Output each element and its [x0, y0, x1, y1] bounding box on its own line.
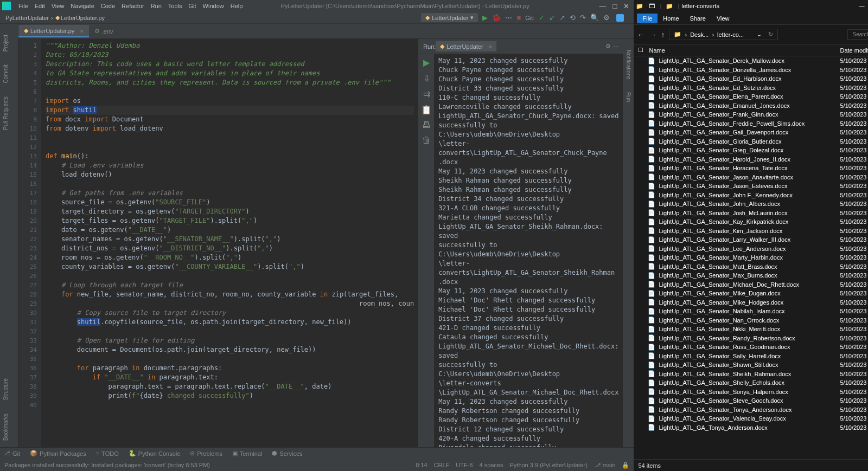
file-row[interactable]: 📄LightUp_ATL_GA_Senator_Kay_Kirkpatrick.… — [634, 217, 868, 227]
breadcrumb-file[interactable]: LetterUpdater.py — [61, 15, 105, 21]
settings-icon[interactable]: ⚙ — [603, 14, 610, 22]
file-row[interactable]: 📄LightUp_ATL_GA_Senator_Horacena_Tate.do… — [634, 164, 868, 173]
menu-refactor[interactable]: Refactor — [118, 3, 148, 9]
explorer-search[interactable]: Search letter-conv... — [847, 29, 868, 40]
file-row[interactable]: 📄LightUp_ATL_GA_Senator_Max_Burns.docx5/… — [634, 271, 868, 280]
rollback-icon[interactable]: ↷ — [580, 14, 586, 22]
menu-view[interactable]: View — [48, 3, 68, 9]
interpreter[interactable]: Python 3.9 (PyLetterUpdater) — [509, 462, 587, 469]
tool-commit[interactable]: Commit — [3, 64, 9, 83]
lock-icon[interactable]: 🔒 — [622, 462, 629, 469]
tool-git[interactable]: ⎇ Git — [3, 450, 20, 457]
tool-todo[interactable]: ≡ TODO — [96, 450, 119, 457]
file-row[interactable]: 📄LightUp_ATL_GA_Senator_Shelly_Echols.do… — [634, 378, 868, 388]
tool-structure[interactable]: Structure — [3, 378, 9, 401]
file-row[interactable]: 📄LightUp_ATL_GA_Senator_Frank_Ginn.docx5… — [634, 110, 868, 119]
more-run-icon[interactable]: ⋯ — [505, 14, 512, 22]
file-row[interactable]: 📄LightUp_ATL_GA_Senator_Jason_Esteves.do… — [634, 182, 868, 191]
menu-run[interactable]: Run — [148, 3, 165, 9]
ribbon-file[interactable]: File — [637, 14, 658, 23]
tab-letterupdater[interactable]: ◆ LetterUpdater.py — [18, 25, 89, 37]
file-row[interactable]: 📄LightUp_ATL_GA_Senator_Tonya_Anderson.d… — [634, 405, 868, 415]
file-row[interactable]: 📄LightUp_ATL_GA_Senator_Kim_Jackson.docx… — [634, 227, 868, 236]
file-row[interactable]: 📄LightUp_ATL_GA_Senator_Donzella_James.d… — [634, 66, 868, 75]
file-row[interactable]: 📄LightUp_ATL_GA_Senator_Randy_Robertson.… — [634, 334, 868, 343]
tool-pullrequests[interactable]: Pull Requests — [3, 96, 9, 130]
filter-icon[interactable]: ⇉ — [423, 89, 430, 99]
file-row[interactable]: 📄LightUp_ATL_GA_Senator_Steve_Gooch.docx… — [634, 396, 868, 405]
forward-icon[interactable]: → — [649, 30, 656, 39]
tool-project[interactable]: Project — [3, 35, 9, 51]
search-icon[interactable]: 🔍 — [590, 14, 599, 22]
back-icon[interactable]: ← — [637, 30, 644, 39]
close-tab-icon[interactable] — [76, 28, 83, 34]
debug-button-icon[interactable]: 🐞 — [492, 14, 501, 22]
ribbon-home[interactable]: Home — [658, 14, 684, 23]
run-button-icon[interactable]: ▶ — [482, 14, 488, 22]
address-bar[interactable]: 📁 › Desk... › letter-co... ⌄ ↻ — [669, 29, 777, 40]
explorer-icon[interactable]: 🗔 — [646, 0, 658, 12]
wrap-icon[interactable]: 📋 — [421, 105, 432, 115]
exp-minimize-icon[interactable]: — — [852, 3, 868, 9]
file-row[interactable]: 📄LightUp_ATL_GA_Senator_Matt_Brass.docx5… — [634, 262, 868, 272]
menu-help[interactable]: Help — [227, 3, 246, 9]
file-row[interactable]: 📄LightUp_ATL_GA_Senator_Gail_Davenport.d… — [634, 128, 868, 137]
file-row[interactable]: 📄LightUp_ATL_GA_Senator_Nabilah_Islam.do… — [634, 307, 868, 316]
run-output[interactable]: May 11, 2023 changed successfully Chuck … — [434, 54, 623, 447]
file-row[interactable]: 📄LightUp_ATL_GA_Senator_Nikki_Merritt.do… — [634, 325, 868, 334]
tool-problems[interactable]: ⊘ Problems — [190, 450, 222, 457]
select-all-checkbox[interactable]: ☐ — [634, 47, 648, 54]
history-icon[interactable]: ⟲ — [570, 14, 576, 22]
encoding[interactable]: UTF-8 — [456, 462, 473, 469]
col-date[interactable]: Date modified — [840, 47, 868, 54]
file-row[interactable]: 📄LightUp_ATL_GA_Senator_Mike_Dugan.docx5… — [634, 289, 868, 298]
file-list[interactable]: 📄LightUp_ATL_GA_Senator_Derek_Mallow.doc… — [634, 56, 868, 459]
menu-git[interactable]: Git — [186, 3, 200, 9]
code-editor[interactable]: 1234567891011121314151617181920212223242… — [18, 39, 418, 447]
file-row[interactable]: 📄LightUp_ATL_GA_Senator_Mike_Hodges.docx… — [634, 298, 868, 307]
file-row[interactable]: 📄LightUp_ATL_GA_Senator_Ed_Setzler.docx5… — [634, 83, 868, 93]
indent[interactable]: 4 spaces — [479, 462, 503, 469]
tool-python-console[interactable]: 🐍 Python Console — [129, 450, 181, 457]
menu-window[interactable]: Window — [200, 3, 227, 9]
menu-edit[interactable]: Edit — [31, 3, 48, 9]
menu-tools[interactable]: Tools — [165, 3, 186, 9]
tool-run[interactable]: Run — [626, 92, 631, 102]
cursor-pos[interactable]: 8:14 — [416, 462, 427, 469]
run-config-selector[interactable]: ◆ LetterUpdater ▾ — [421, 13, 478, 22]
file-row[interactable]: 📄LightUp_ATL_GA_Senator_Shawn_Still.docx… — [634, 360, 868, 370]
tool-notifications[interactable]: Notifications — [626, 50, 631, 79]
file-row[interactable]: 📄LightUp_ATL_GA_Senator_Michael_Doc_Rhet… — [634, 280, 868, 289]
close-run-tab-icon[interactable] — [486, 43, 492, 50]
minimize-icon[interactable]: — — [599, 2, 607, 10]
file-row[interactable]: 📄LightUp_ATL_GA_Senator_Russ_Goodman.doc… — [634, 343, 868, 352]
folder-icon[interactable]: 📁 — [634, 0, 646, 12]
branch[interactable]: ⎇ main — [594, 462, 616, 469]
file-row[interactable]: 📄LightUp_ATL_GA_Senator_Greg_Dolezal.doc… — [634, 146, 868, 155]
menu-file[interactable]: File — [15, 3, 31, 9]
file-row[interactable]: 📄LightUp_ATL_GA_Senator_Jason_Anavitarte… — [634, 173, 868, 182]
file-row[interactable]: 📄LightUp_ATL_GA_Senator_Emanuel_Jones.do… — [634, 101, 868, 111]
close-icon[interactable]: ✕ — [623, 2, 629, 10]
tool-terminal[interactable]: ▣ Terminal — [232, 450, 263, 457]
file-row[interactable]: 📄LightUp_ATL_GA_Senator_Larry_Walker_III… — [634, 235, 868, 244]
stop-icon[interactable]: ■ — [516, 14, 521, 22]
file-row[interactable]: 📄LightUp_ATL_GA_Senator_Josh_McLaurin.do… — [634, 209, 868, 218]
run-settings-icon[interactable]: ⚙ — — [605, 43, 618, 50]
tool-python-packages[interactable]: 📦 Python Packages — [30, 450, 86, 457]
ribbon-view[interactable]: View — [711, 14, 735, 23]
tool-bookmarks[interactable]: Bookmarks — [3, 414, 9, 441]
file-row[interactable]: 📄LightUp_ATL_GA_Senator_Gloria_Butler.do… — [634, 137, 868, 146]
col-name[interactable]: Name — [648, 47, 840, 54]
ribbon-share[interactable]: Share — [685, 14, 711, 23]
tool-services[interactable]: ⬢ Services — [272, 450, 302, 457]
stop-run-icon[interactable]: ⇩ — [423, 73, 430, 83]
file-row[interactable]: 📄LightUp_ATL_GA_Tonya_Anderson.docx5/10/… — [634, 423, 868, 433]
folder-icon-2[interactable]: 📁 — [663, 0, 675, 12]
vcs-push-icon[interactable]: ↗ — [559, 14, 565, 22]
vcs-update-icon[interactable]: ✓ — [539, 14, 545, 22]
vcs-commit-icon[interactable]: ↙ — [549, 14, 555, 22]
file-row[interactable]: 📄LightUp_ATL_GA_Senator_Valencia_Seay.do… — [634, 414, 868, 423]
file-row[interactable]: 📄LightUp_ATL_GA_Senator_John_Albers.docx… — [634, 199, 868, 209]
file-row[interactable]: 📄LightUp_ATL_GA_Senator_Sheikh_Rahman.do… — [634, 370, 868, 379]
